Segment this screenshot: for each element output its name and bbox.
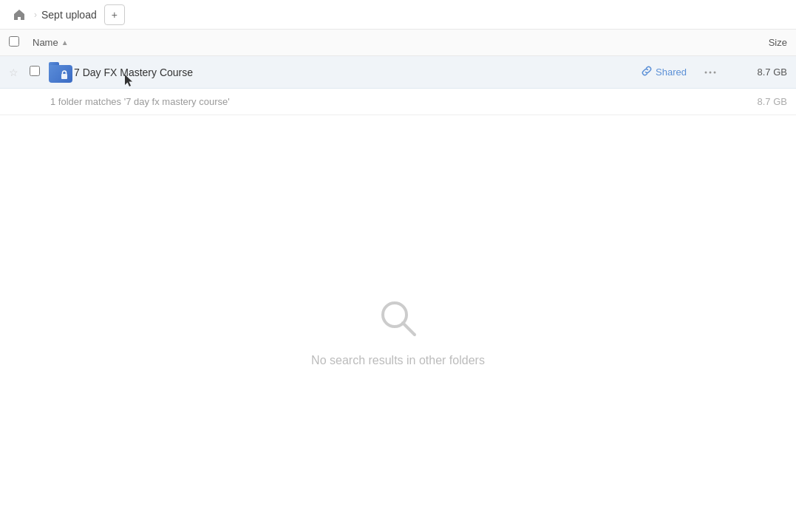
breadcrumb-bar: › Sept upload + (0, 0, 796, 30)
size-column-header: Size (713, 37, 787, 48)
empty-state: No search results in other folders (0, 115, 796, 532)
link-icon (642, 66, 652, 78)
row-checkbox[interactable] (30, 66, 47, 78)
file-size: 8.7 GB (728, 66, 787, 78)
svg-rect-0 (61, 74, 67, 79)
shared-label: Shared (656, 66, 687, 78)
name-column-header[interactable]: Name ▲ (33, 37, 713, 48)
content-area: ☆ 7 Day FX Mastery Course (0, 56, 796, 532)
star-button[interactable]: ☆ (9, 66, 30, 78)
add-button[interactable]: + (104, 4, 125, 25)
file-row[interactable]: ☆ 7 Day FX Mastery Course (0, 56, 796, 89)
file-name: 7 Day FX Mastery Course (74, 66, 642, 78)
svg-point-2 (710, 71, 712, 73)
lock-icon (59, 69, 69, 80)
summary-text: 1 folder matches '7 day fx mastery cours… (50, 96, 758, 107)
breadcrumb-current-folder[interactable]: Sept upload (41, 9, 97, 21)
folder-icon (47, 62, 74, 83)
breadcrumb-separator: › (34, 10, 37, 20)
svg-line-5 (403, 323, 415, 335)
empty-search-icon (375, 295, 422, 342)
sort-indicator: ▲ (61, 38, 69, 47)
more-options-button[interactable] (698, 71, 722, 74)
svg-point-1 (705, 71, 707, 73)
select-all-checkbox[interactable] (9, 36, 19, 47)
summary-row: 1 folder matches '7 day fx mastery cours… (0, 89, 796, 115)
empty-state-message: No search results in other folders (311, 354, 485, 367)
svg-point-3 (714, 71, 716, 73)
column-headers: Name ▲ Size (0, 30, 796, 56)
summary-size: 8.7 GB (758, 96, 787, 107)
home-button[interactable] (9, 4, 30, 25)
shared-badge: Shared (642, 66, 687, 78)
header-checkbox (9, 36, 33, 49)
